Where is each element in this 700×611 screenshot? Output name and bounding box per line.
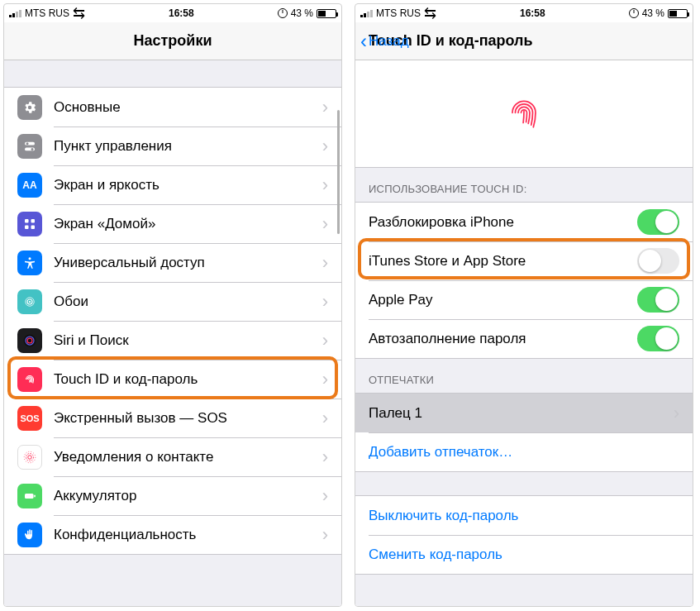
toggle-row-unlock[interactable]: Разблокировка iPhone (355, 203, 693, 241)
svg-point-16 (26, 453, 34, 461)
chevron-right-icon: › (322, 291, 328, 313)
text-size-icon: AA (17, 173, 42, 198)
group-header-usage: ИСПОЛЬЗОВАНИЕ TOUCH ID: (355, 168, 693, 202)
chevron-right-icon: › (322, 446, 328, 468)
svg-point-11 (29, 300, 31, 302)
svg-point-2 (26, 142, 29, 145)
row-label: Экран «Домой» (54, 216, 322, 232)
svg-rect-19 (34, 494, 36, 497)
chevron-right-icon: › (674, 403, 679, 424)
chevron-right-icon: › (322, 369, 328, 390)
battery-icon (17, 484, 42, 508)
change-passcode-button[interactable]: Сменить код-пароль (355, 535, 693, 574)
back-label: Назад (369, 33, 409, 50)
fingerprint-icon (501, 91, 547, 137)
svg-point-3 (31, 147, 34, 150)
add-fingerprint-button[interactable]: Добавить отпечаток… (355, 432, 693, 471)
chevron-right-icon: › (322, 213, 328, 235)
chevron-right-icon: › (322, 408, 328, 429)
toggles-icon (17, 134, 42, 159)
row-label: Автозаполнение пароля (369, 331, 637, 347)
home-grid-icon (17, 212, 42, 236)
row-label: Siri и Поиск (54, 332, 322, 349)
svg-point-15 (28, 455, 32, 459)
turn-off-passcode-button[interactable]: Выключить код-пароль (355, 496, 693, 535)
row-label: Экран и яркость (54, 177, 322, 193)
chevron-right-icon: › (322, 136, 328, 157)
nav-header: Настройки (4, 22, 341, 60)
settings-row-privacy[interactable]: Конфиденциальность › (4, 515, 341, 554)
settings-row-home[interactable]: Экран «Домой» › (4, 204, 341, 243)
svg-rect-5 (31, 219, 36, 223)
settings-row-sos[interactable]: SOS Экстренный вызов — SOS › (4, 399, 341, 437)
row-label: Аккумулятор (54, 488, 322, 504)
battery-icon (668, 9, 688, 18)
page-title: Настройки (134, 32, 212, 50)
settings-row-control-center[interactable]: Пункт управления › (4, 126, 341, 165)
clock: 16:58 (520, 7, 545, 19)
chevron-right-icon: › (322, 330, 328, 351)
row-label: Добавить отпечаток… (369, 444, 679, 461)
svg-rect-7 (31, 225, 36, 229)
toggle-switch[interactable] (637, 248, 679, 274)
row-label: Конфиденциальность (54, 527, 322, 543)
sos-icon: SOS (17, 406, 42, 431)
back-button[interactable]: ‹ Назад (360, 22, 409, 60)
row-label: Основные (54, 99, 322, 116)
row-label: Палец 1 (369, 405, 674, 422)
toggle-row-itunes[interactable]: iTunes Store и App Store (355, 241, 693, 280)
battery-icon (317, 9, 336, 18)
row-label: Разблокировка iPhone (369, 214, 637, 231)
scroll-indicator (337, 110, 340, 234)
alarm-icon (629, 8, 639, 18)
chevron-right-icon: › (322, 252, 328, 274)
settings-row-wallpaper[interactable]: Обои › (4, 282, 341, 321)
gear-icon (17, 95, 42, 120)
signal-icon (360, 9, 373, 17)
toggle-row-applepay[interactable]: Apple Pay (355, 280, 693, 319)
row-label: Уведомления о контакте (54, 449, 322, 465)
status-bar: MTS RUS ⇆ 16:58 43 % (355, 4, 693, 22)
fingerprint-row[interactable]: Палец 1 › (355, 394, 693, 432)
settings-scroll[interactable]: Основные › Пункт управления › AA Экран и… (4, 60, 341, 606)
battery-pct: 43 % (642, 7, 664, 19)
chevron-right-icon: › (322, 524, 328, 546)
toggle-switch[interactable] (637, 287, 679, 313)
toggle-switch[interactable] (637, 209, 679, 235)
accessibility-icon (17, 251, 42, 275)
chevron-left-icon: ‹ (360, 31, 367, 51)
settings-row-accessibility[interactable]: Универсальный доступ › (4, 243, 341, 282)
settings-row-touchid[interactable]: Touch ID и код-пароль › (4, 360, 341, 399)
wallpaper-icon (17, 289, 42, 314)
nav-header: ‹ Назад Touch ID и код-пароль (355, 22, 693, 60)
exposure-icon (17, 445, 42, 470)
carrier-label: MTS RUS (25, 7, 69, 19)
row-label: Универсальный доступ (54, 255, 322, 271)
settings-row-general[interactable]: Основные › (4, 88, 341, 126)
phone-settings-main: MTS RUS ⇆ 16:58 43 % Настройки Основные … (3, 3, 342, 607)
signal-icon (9, 9, 21, 17)
chevron-right-icon: › (322, 485, 328, 507)
siri-icon (17, 328, 42, 353)
row-label: Apple Pay (369, 292, 637, 308)
settings-row-display[interactable]: AA Экран и яркость › (4, 165, 341, 204)
row-label: Выключить код-пароль (369, 508, 679, 524)
row-label: Сменить код-пароль (369, 547, 679, 563)
row-label: Пункт управления (54, 138, 322, 155)
battery-pct: 43 % (291, 7, 313, 19)
settings-row-exposure[interactable]: Уведомления о контакте › (4, 437, 341, 476)
toggle-row-autofill[interactable]: Автозаполнение пароля (355, 319, 693, 358)
settings-row-battery[interactable]: Аккумулятор › (4, 476, 341, 515)
svg-rect-6 (25, 225, 29, 229)
toggle-switch[interactable] (637, 326, 679, 351)
group-header-fingerprints: ОТПЕЧАТКИ (355, 359, 693, 393)
row-label: Экстренный вызов — SOS (54, 410, 322, 427)
svg-point-8 (29, 257, 31, 260)
status-bar: MTS RUS ⇆ 16:58 43 % (4, 4, 341, 22)
settings-row-siri[interactable]: Siri и Поиск › (4, 321, 341, 360)
fingerprint-icon (17, 367, 42, 392)
touchid-scroll[interactable]: ИСПОЛЬЗОВАНИЕ TOUCH ID: Разблокировка iP… (355, 60, 693, 606)
phone-touchid-settings: MTS RUS ⇆ 16:58 43 % ‹ Назад Touch ID и … (355, 3, 693, 607)
carrier-label: MTS RUS (376, 7, 421, 19)
fingerprint-hero (355, 60, 693, 168)
